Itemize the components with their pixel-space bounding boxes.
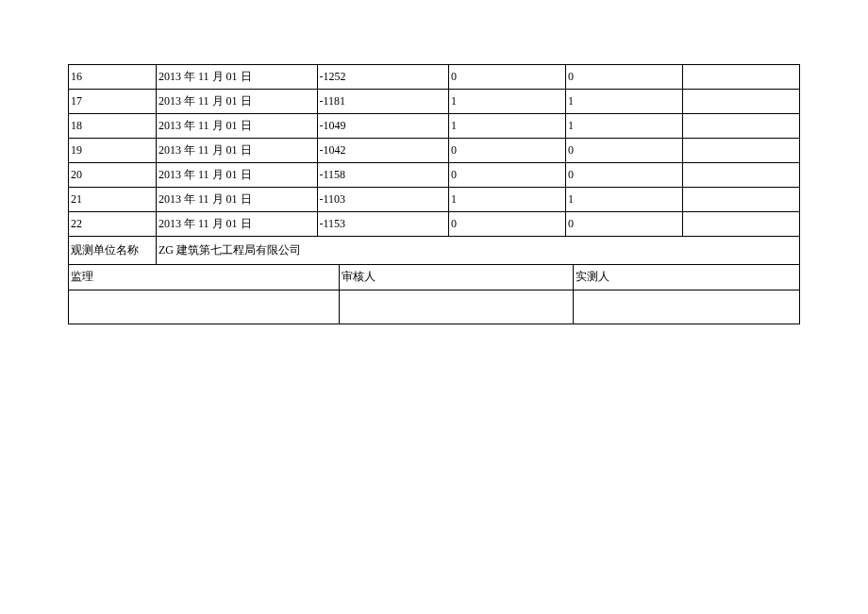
org-label: 观测单位名称 [69,237,157,265]
reviewer-cell [339,290,573,324]
cell-v1: -1153 [317,212,449,237]
cell-v4 [683,212,800,237]
table-row: 172013 年 11 月 01 日-118111 [69,90,800,114]
table-row: 222013 年 11 月 01 日-115300 [69,212,800,237]
cell-date: 2013 年 11 月 01 日 [157,90,318,114]
cell-v4 [683,90,800,114]
table-row: 182013 年 11 月 01 日-104911 [69,114,800,139]
cell-date: 2013 年 11 月 01 日 [157,188,318,212]
cell-v1: -1181 [317,90,449,114]
cell-no: 18 [69,114,157,139]
table-row: 202013 年 11 月 01 日-115800 [69,163,800,188]
signoff-header-row: 监理 审核人 实测人 [69,265,800,290]
cell-v3: 1 [566,114,683,139]
cell-no: 17 [69,90,157,114]
cell-date: 2013 年 11 月 01 日 [157,212,318,237]
cell-no: 16 [69,65,157,90]
cell-v4 [683,114,800,139]
cell-date: 2013 年 11 月 01 日 [157,114,318,139]
cell-no: 22 [69,212,157,237]
cell-no: 19 [69,139,157,163]
signoff-body-row [69,290,800,324]
cell-v2: 1 [449,90,566,114]
cell-v2: 0 [449,139,566,163]
cell-v2: 0 [449,212,566,237]
cell-v3: 0 [566,163,683,188]
measurer-label: 实测人 [573,265,799,290]
table-row: 162013 年 11 月 01 日-125200 [69,65,800,90]
signoff-table: 监理 审核人 实测人 [68,265,800,324]
cell-v2: 1 [449,188,566,212]
cell-date: 2013 年 11 月 01 日 [157,163,318,188]
cell-v2: 0 [449,163,566,188]
cell-date: 2013 年 11 月 01 日 [157,65,318,90]
cell-v4 [683,163,800,188]
cell-no: 21 [69,188,157,212]
reviewer-label: 审核人 [339,265,573,290]
cell-no: 20 [69,163,157,188]
cell-date: 2013 年 11 月 01 日 [157,139,318,163]
cell-v3: 0 [566,212,683,237]
cell-v3: 0 [566,65,683,90]
org-value: ZG 建筑第七工程局有限公司 [157,237,800,265]
cell-v4 [683,65,800,90]
cell-v3: 1 [566,90,683,114]
table-row: 192013 年 11 月 01 日-104200 [69,139,800,163]
org-row: 观测单位名称 ZG 建筑第七工程局有限公司 [69,237,800,265]
cell-v3: 0 [566,139,683,163]
cell-v3: 1 [566,188,683,212]
data-table: 162013 年 11 月 01 日-125200172013 年 11 月 0… [68,64,800,265]
cell-v1: -1158 [317,163,449,188]
cell-v4 [683,139,800,163]
cell-v1: -1042 [317,139,449,163]
cell-v4 [683,188,800,212]
cell-v1: -1252 [317,65,449,90]
supervisor-label: 监理 [69,265,340,290]
cell-v2: 1 [449,114,566,139]
table-row: 212013 年 11 月 01 日-110311 [69,188,800,212]
cell-v2: 0 [449,65,566,90]
measurer-cell [573,290,799,324]
cell-v1: -1049 [317,114,449,139]
supervisor-cell [69,290,340,324]
cell-v1: -1103 [317,188,449,212]
